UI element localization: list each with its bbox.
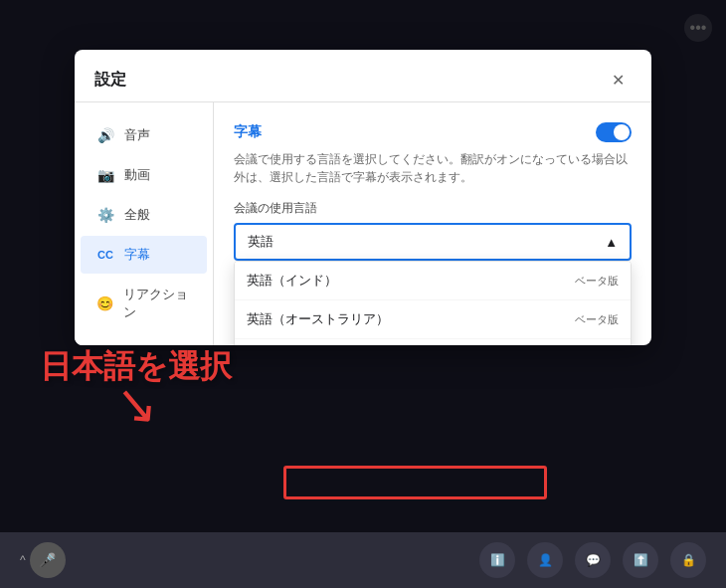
sidebar-item-captions[interactable]: CC 字幕	[81, 236, 207, 274]
dialog-title: 設定	[94, 70, 126, 91]
dropdown-item-label: 英語（インド）	[247, 272, 337, 290]
emoji-icon: 😊	[96, 294, 113, 312]
bottom-bar: ^ 🎤 ℹ️ 👤 💬 ⬆️ 🔒	[0, 532, 726, 588]
close-button[interactable]: ✕	[604, 66, 632, 94]
info-button[interactable]: ℹ️	[479, 542, 515, 578]
video-icon: 📷	[96, 166, 114, 184]
captions-content: 字幕 会議で使用する言語を選択してください。翻訳がオンになっている場合以外は、選…	[214, 102, 651, 345]
sidebar-item-audio-label: 音声	[124, 126, 150, 144]
dropdown-item-english-india[interactable]: 英語（インド） ベータ版	[235, 262, 631, 300]
language-dropdown-menu: 英語（インド） ベータ版 英語（オーストラリア） ベータ版 フランス語 ベータ版…	[234, 261, 632, 345]
dialog-body: 🔊 音声 📷 動画 ⚙️ 全般 CC 字幕 😊 リアクション	[75, 102, 651, 345]
dropdown-item-english-australia[interactable]: 英語（オーストラリア） ベータ版	[235, 300, 631, 339]
sidebar-item-general-label: 全般	[124, 206, 150, 224]
sidebar-nav: 🔊 音声 📷 動画 ⚙️ 全般 CC 字幕 😊 リアクション	[75, 102, 214, 345]
sidebar-item-reactions[interactable]: 😊 リアクション	[81, 276, 207, 331]
dropdown-item-french[interactable]: フランス語 ベータ版	[235, 339, 631, 345]
beta-badge: ベータ版	[575, 274, 619, 289]
language-dropdown[interactable]: 英語 ▲	[234, 223, 632, 261]
dialog-header: 設定 ✕	[75, 50, 651, 102]
beta-badge: ベータ版	[575, 312, 619, 327]
gear-icon: ⚙️	[96, 206, 114, 224]
chevron-up-icon: ▲	[605, 235, 618, 250]
captions-icon: CC	[96, 246, 114, 264]
dropdown-item-label: 英語（オーストラリア）	[247, 310, 389, 328]
language-dropdown-container: 英語 ▲ 英語（インド） ベータ版 英語（オーストラリア） ベータ版 フランス語…	[234, 223, 632, 261]
sidebar-item-general[interactable]: ⚙️ 全般	[81, 196, 207, 234]
sidebar-item-audio[interactable]: 🔊 音声	[81, 116, 207, 154]
bottom-right-controls: ℹ️ 👤 💬 ⬆️ 🔒	[479, 542, 706, 578]
captions-toggle[interactable]	[596, 122, 632, 142]
safety-button[interactable]: 🔒	[670, 542, 706, 578]
microphone-button[interactable]: 🎤	[30, 542, 66, 578]
section-title-text: 字幕	[234, 123, 262, 141]
chat-button[interactable]: 💬	[575, 542, 611, 578]
section-description: 会議で使用する言語を選択してください。翻訳がオンになっている場合以外は、選択した…	[234, 150, 632, 186]
audio-icon: 🔊	[96, 126, 114, 144]
bottom-left-controls: ^ 🎤	[20, 542, 66, 578]
sidebar-item-video[interactable]: 📷 動画	[81, 156, 207, 194]
sidebar-item-captions-label: 字幕	[124, 246, 150, 264]
section-header: 字幕	[234, 122, 632, 142]
selected-language: 英語	[248, 233, 273, 251]
close-icon: ✕	[612, 71, 625, 90]
people-button[interactable]: 👤	[527, 542, 563, 578]
sidebar-item-video-label: 動画	[124, 166, 150, 184]
sidebar-item-reactions-label: リアクション	[123, 286, 191, 321]
activities-button[interactable]: ⬆️	[623, 542, 658, 578]
language-field-label: 会議の使用言語	[234, 200, 632, 217]
bottom-left-text: ^ 🎤	[20, 542, 66, 578]
chevron-icon: ^	[20, 553, 26, 567]
settings-dialog: 設定 ✕ 🔊 音声 📷 動画 ⚙️ 全般 CC 字幕 😊	[75, 50, 651, 345]
